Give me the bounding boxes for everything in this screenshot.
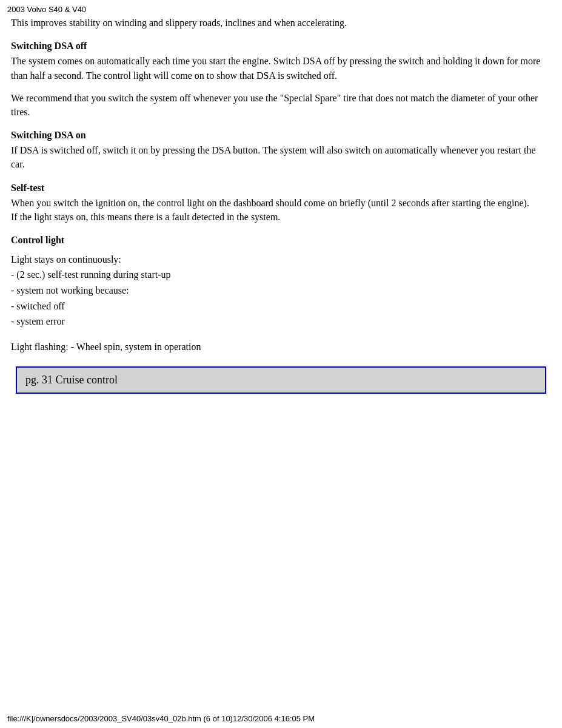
light-item-2: - switched off [11,298,551,314]
status-bar: file:///K|/ownersdocs/2003/2003_SV40/03s… [7,714,315,723]
para-switching-dsa-off-1: The system comes on automatically each t… [11,54,551,82]
cruise-link-text: pg. 31 Cruise control [25,374,118,386]
intro-paragraph: This improves stability on winding and s… [11,16,551,30]
heading-switching-dsa-on: Switching DSA on [11,130,551,141]
section-control-light: Control light Light stays on continuousl… [11,235,551,355]
heading-control-light: Control light [11,235,551,246]
light-item-1: - system not working because: [11,283,551,298]
light-flashing-block: Light flashing: - Wheel spin, system in … [11,339,551,355]
status-bar-text: file:///K|/ownersdocs/2003/2003_SV40/03s… [7,714,315,723]
heading-self-test: Self-test [11,183,551,194]
para-switching-dsa-off-2: We recommend that you switch the system … [11,91,551,119]
section-switching-dsa-off: Switching DSA off The system comes on au… [11,41,551,119]
light-continuous-block: Light stays on continuously: - (2 sec.) … [11,252,551,329]
light-flashing-item-0: - Wheel spin, system in operation [71,342,201,352]
cruise-control-link[interactable]: pg. 31 Cruise control [16,366,546,394]
title-bar: 2003 Volvo S40 & V40 [0,0,562,16]
para-switching-dsa-on-1: If DSA is switched off, switch it on by … [11,143,551,171]
section-switching-dsa-on: Switching DSA on If DSA is switched off,… [11,130,551,171]
light-item-3: - system error [11,314,551,329]
light-continuous-label: Light stays on continuously: [11,254,121,265]
section-self-test: Self-test When you switch the ignition o… [11,183,551,224]
main-content: This improves stability on winding and s… [0,16,562,394]
title-text: 2003 Volvo S40 & V40 [7,5,86,14]
light-flashing-label: Light flashing: [11,342,69,352]
para-self-test-1: When you switch the ignition on, the con… [11,196,551,224]
light-item-0: - (2 sec.) self-test running during star… [11,267,551,283]
heading-switching-dsa-off: Switching DSA off [11,41,551,52]
